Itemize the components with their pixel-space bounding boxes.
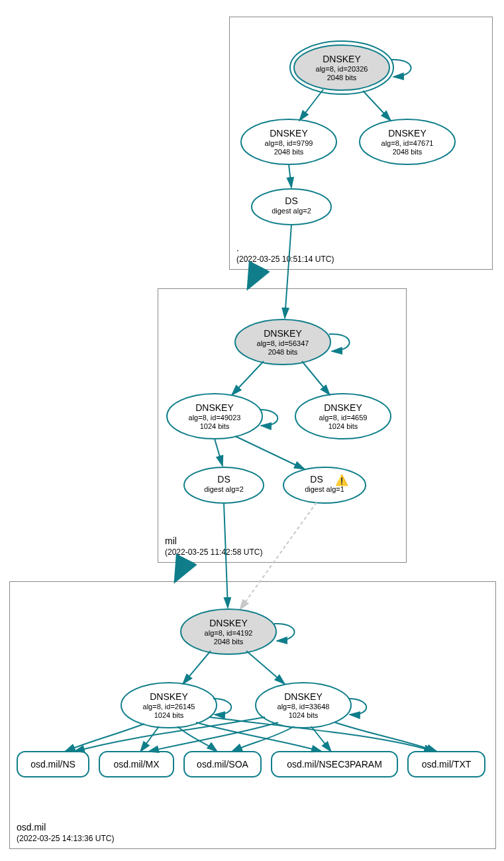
svg-text:DNSKEY: DNSKEY [209,618,248,628]
deleg-arrow [250,268,258,284]
svg-text:1024 bits: 1024 bits [328,422,358,430]
svg-text:DS: DS [285,196,297,206]
svg-text:2048 bits: 2048 bits [214,638,244,646]
svg-text:DNSKEY: DNSKEY [388,128,427,139]
svg-text:DNSKEY: DNSKEY [264,328,302,339]
svg-text:DNSKEY: DNSKEY [195,402,234,413]
svg-text:1024 bits: 1024 bits [154,711,184,719]
svg-text:alg=8, id=26145: alg=8, id=26145 [143,703,195,711]
svg-text:osd.mil/NSEC3PARAM: osd.mil/NSEC3PARAM [287,759,382,770]
svg-text:digest alg=2: digest alg=2 [272,207,311,215]
svg-text:2048 bits: 2048 bits [327,74,357,82]
svg-text:digest alg=2: digest alg=2 [204,485,244,493]
svg-text:alg=8, id=33648: alg=8, id=33648 [277,703,330,711]
svg-text:1024 bits: 1024 bits [200,422,230,430]
svg-text:DS: DS [217,474,230,485]
svg-text:DS: DS [310,474,323,485]
svg-text:DNSKEY: DNSKEY [270,128,308,139]
svg-text:DNSKEY: DNSKEY [150,691,188,702]
svg-text:osd.mil/NS: osd.mil/NS [30,759,76,770]
svg-text:alg=8, id=20326: alg=8, id=20326 [316,65,368,73]
svg-text:alg=8, id=56347: alg=8, id=56347 [257,339,309,347]
svg-text:2048 bits: 2048 bits [393,148,423,156]
svg-text:osd.mil/MX: osd.mil/MX [113,759,160,770]
svg-text:DNSKEY: DNSKEY [284,691,323,702]
svg-text:2048 bits: 2048 bits [274,148,304,156]
svg-text:alg=8, id=47671: alg=8, id=47671 [381,139,434,147]
svg-text:2048 bits: 2048 bits [268,348,298,356]
svg-text:DNSKEY: DNSKEY [324,402,362,413]
svg-text:osd.mil/TXT: osd.mil/TXT [422,759,472,770]
svg-text:DNSKEY: DNSKEY [323,54,361,64]
svg-text:alg=8, id=9799: alg=8, id=9799 [265,139,313,147]
svg-text:alg=8, id=49023: alg=8, id=49023 [189,414,241,422]
svg-text:1024 bits: 1024 bits [289,711,319,719]
svg-text:alg=8, id=4659: alg=8, id=4659 [319,414,368,422]
svg-text:osd.mil/SOA: osd.mil/SOA [197,759,248,770]
svg-text:alg=8, id=4192: alg=8, id=4192 [205,629,253,637]
svg-text:digest alg=1: digest alg=1 [305,485,344,493]
